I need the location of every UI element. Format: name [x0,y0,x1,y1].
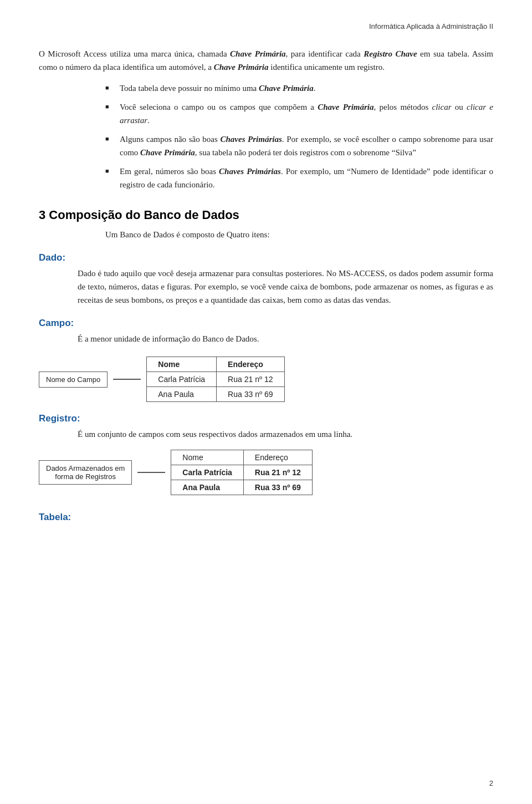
clicar-italic: clicar [432,103,452,111]
campo-heading: Campo: [39,318,493,329]
registro-row1-endereco: Rua 21 nº 12 [243,465,312,480]
registro-row1-nome: Carla Patrícia [171,465,244,480]
registro-row2-endereco: Rua 33 nº 69 [243,480,312,495]
table-row: Carla Patrícia Rua 21 nº 12 [147,372,284,387]
chave-primaria-bullet3b: Chave Primária [140,148,195,157]
chaves-primarias-bullet3: Chaves Primárias [220,135,282,144]
header-title: Informática Aplicada à Administração II [369,22,493,30]
campo-row1-nome: Carla Patrícia [147,372,217,387]
intro-p1-text: O Microsoft Access utiliza uma marca úni… [39,49,230,58]
connector-line-campo [113,379,141,380]
table-row: Ana Paula Rua 33 nº 69 [147,387,284,402]
section3-heading: 3 Composição do Banco de Dados [39,208,493,222]
intro-paragraph: O Microsoft Access utiliza uma marca úni… [39,47,493,74]
intro-p1-rest: , para identificar cada [286,49,364,58]
section3-sub: Um Banco de Dados é composto de Quatro i… [105,228,493,241]
campo-row2-endereco: Rua 33 nº 69 [217,387,284,402]
page: Informática Aplicada à Administração II … [0,0,532,804]
chaves-primarias-bullet4: Chaves Primárias [219,167,281,176]
intro-chave-primaria-1: Chave Primária [230,49,286,58]
registro-row2-nome: Ana Paula [171,480,244,495]
campo-table-header-nome: Nome [147,357,217,372]
chave-primaria-bullet1: Chave Primária [259,84,314,93]
dado-heading: Dado: [39,252,493,263]
registro-table-connector [137,472,165,473]
registro-table-header-nome: Nome [171,450,244,465]
bullet-item-2: ■ Você seleciona o campo ou os campos qu… [105,100,493,127]
tabela-heading: Tabela: [39,512,493,523]
bullet-item-1: ■ Toda tabela deve possuir no mínimo uma… [105,82,493,95]
campo-table-connector [113,379,141,380]
bullet-text-3: Alguns campos não são boas Chaves Primár… [120,133,493,159]
campo-body-text: É a menor unidade de informação do Banco… [78,334,259,343]
intro-chave-primaria-2: Chave Primária [214,63,269,72]
intro-registro-chave: Registro Chave [364,49,417,58]
bullet-item-4: ■ Em geral, números são boas Chaves Prim… [105,165,493,191]
connector-line-registro [137,472,165,473]
bullet-item-3: ■ Alguns campos não são boas Chaves Prim… [105,133,493,159]
bullet-text-2: Você seleciona o campo ou os campos que … [120,100,493,127]
chave-primaria-bullet2: Chave Primária [318,103,374,111]
page-number: 2 [489,779,493,787]
registro-body-text: É um conjunto de campos com seus respect… [78,430,352,439]
campo-data-table: Nome Endereço Carla Patrícia Rua 21 nº 1… [146,357,284,402]
bullet-text-1: Toda tabela deve possuir no mínimo uma C… [120,82,493,95]
dado-body: Dado é tudo aquilo que você deseja armaz… [78,267,493,307]
campo-table-wrapper: Nome do Campo Nome Endereço Carla Patríc… [39,357,493,402]
bullet-icon-4: ■ [105,166,115,176]
registro-label-line1: Dados Armazenados em [46,464,125,472]
table-row: Carla Patrícia Rua 21 nº 12 [171,465,312,480]
page-header: Informática Aplicada à Administração II [39,22,493,30]
registro-table-header-row: Nome Endereço [171,450,312,465]
bullet-icon-3: ■ [105,134,115,144]
bullet-text-4: Em geral, números são boas Chaves Primár… [120,165,493,191]
registro-data-table: Nome Endereço Carla Patrícia Rua 21 nº 1… [171,450,312,495]
registro-table-header-endereco: Endereço [243,450,312,465]
campo-table-label: Nome do Campo [39,372,108,388]
registro-table-label: Dados Armazenados em forma de Registros [39,460,132,485]
table-row: Ana Paula Rua 33 nº 69 [171,480,312,495]
registro-table-wrapper: Dados Armazenados em forma de Registros … [39,450,493,495]
registro-label-line2: forma de Registros [55,472,116,481]
campo-table-header-row: Nome Endereço [147,357,284,372]
campo-table-header-endereco: Endereço [217,357,284,372]
bullet-icon-2: ■ [105,102,115,112]
bullet-section: ■ Toda tabela deve possuir no mínimo uma… [105,82,493,191]
campo-row2-nome: Ana Paula [147,387,217,402]
campo-body: É a menor unidade de informação do Banco… [78,332,493,345]
intro-p1-end2: identifica unicamente um registro. [269,63,385,72]
campo-row1-endereco: Rua 21 nº 12 [217,372,284,387]
registro-body: É um conjunto de campos com seus respect… [78,428,493,441]
registro-heading: Registro: [39,413,493,424]
bullet-icon-1: ■ [105,83,115,93]
